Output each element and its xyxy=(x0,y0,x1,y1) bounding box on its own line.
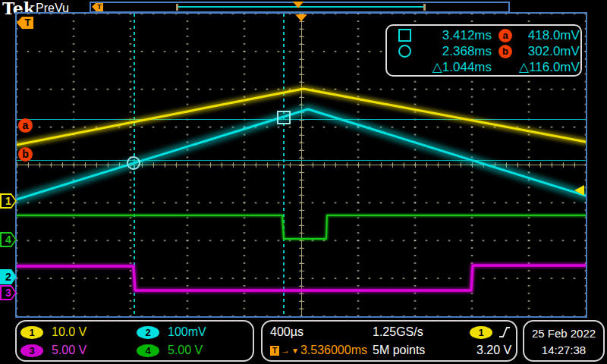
cursor1-time: 3.412ms xyxy=(414,28,492,43)
cursor-circle-marker[interactable] xyxy=(127,156,140,170)
channel-1-scale-button[interactable]: 1 10.0 V xyxy=(20,325,137,339)
amplitude-badge-b[interactable]: b xyxy=(18,147,33,162)
delay-marker-icon: ▼ xyxy=(291,347,299,355)
channel-3-scale-button[interactable]: 3 5.00 V xyxy=(20,344,137,357)
delay-arrow-icon: → xyxy=(281,345,290,356)
cursor-b-value: 302.0mV xyxy=(519,44,580,59)
trigger-source-badge[interactable]: 1 xyxy=(470,326,492,339)
square-cursor-symbol-icon xyxy=(398,29,411,42)
cursor2-time: 2.368ms xyxy=(414,44,492,59)
channel-marker-label: 3 xyxy=(0,285,17,300)
trigger-level-arrow-icon[interactable] xyxy=(574,185,584,196)
trigger-delay-cell[interactable]: T → ▼ 3.536000ms xyxy=(270,344,373,357)
channel-2-scale-button[interactable]: 2 100mV xyxy=(137,325,253,339)
trigger-delay-value: 3.536000ms xyxy=(300,344,367,357)
trigger-slope-icon xyxy=(498,325,511,339)
cursor-square-marker[interactable] xyxy=(277,111,291,124)
cursor-readout-box: 3.412ms a 418.0mV 2.368ms b 302.0mV △1.0… xyxy=(385,24,582,77)
oscilloscope-screen: Tek PreVu T T ab1423 3.412ms a 418.0mV 2… xyxy=(0,0,607,364)
cursor-delta-time: △1.044ms xyxy=(414,59,492,75)
channel-1-badge[interactable]: 1 xyxy=(20,326,43,339)
channel-2-badge[interactable]: 2 xyxy=(137,326,159,339)
timebase-value[interactable]: 400µs xyxy=(270,325,373,339)
record-length-value: 5M points xyxy=(373,344,462,357)
channel-2-scale: 100mV xyxy=(168,325,206,339)
date-label: 25 Feb 2022 xyxy=(524,325,603,342)
channel-marker-label: 4 xyxy=(0,232,17,247)
time-label: 14:27:38 xyxy=(524,342,603,359)
channel-4-scale: 5.00 V xyxy=(168,344,203,357)
channel-marker-label: 2 xyxy=(0,269,17,284)
channel-3-scale: 5.00 V xyxy=(52,344,86,357)
horizontal-trigger-box: 400µs 1.25GS/s 1 T → ▼ 3.536000ms 5M poi… xyxy=(261,320,517,362)
channel-scale-box: 1 10.0 V 2 100mV 3 5.00 V 4 5.00 V xyxy=(15,320,254,362)
trigger-level-value[interactable]: 3.20 V xyxy=(462,344,516,357)
channel-3-marker[interactable]: 3 xyxy=(0,285,17,300)
circle-cursor-symbol-icon xyxy=(398,45,411,58)
datetime-box: 25 Feb 2022 14:27:38 xyxy=(523,320,605,362)
channel-marker-label: 1 xyxy=(0,193,17,209)
cursor-delta-value: △116.0mV xyxy=(519,59,580,75)
channel-4-marker[interactable]: 4 xyxy=(0,232,17,247)
sample-rate-value: 1.25GS/s xyxy=(373,325,462,339)
channel-2-marker[interactable]: 2 xyxy=(0,269,17,284)
cursor-b-badge: b xyxy=(498,45,512,58)
channel-1-scale: 10.0 V xyxy=(52,325,86,339)
channel-4-badge[interactable]: 4 xyxy=(137,344,159,357)
channel-3-badge[interactable]: 3 xyxy=(20,344,43,357)
amplitude-badge-a[interactable]: a xyxy=(18,118,33,133)
cursor-a-value: 418.0mV xyxy=(519,28,580,43)
trigger-t-icon: T xyxy=(270,346,279,356)
cursor-a-badge: a xyxy=(498,29,512,42)
channel-1-marker[interactable]: 1 xyxy=(0,193,17,209)
trigger-source-cell[interactable]: 1 xyxy=(462,325,516,339)
channel-4-scale-button[interactable]: 4 5.00 V xyxy=(137,344,253,357)
